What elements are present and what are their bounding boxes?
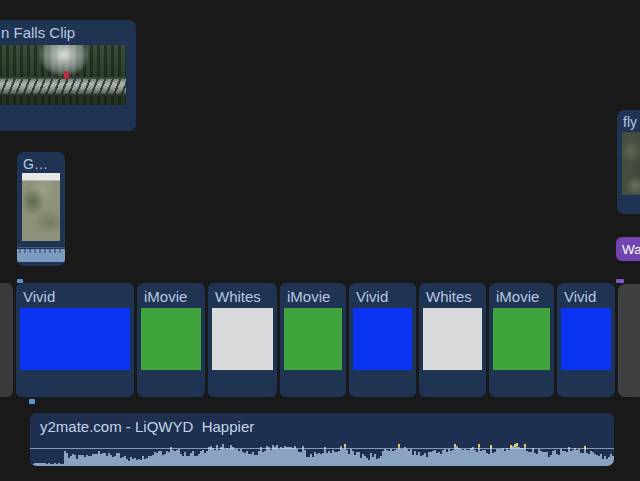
clip-audio-divider xyxy=(17,247,65,248)
g-audio-waveform xyxy=(17,249,65,262)
blue-marker-icon[interactable] xyxy=(17,279,23,283)
blue-marker-icon[interactable] xyxy=(29,399,35,404)
color-swatch xyxy=(20,308,130,370)
audio-waveform xyxy=(30,442,614,466)
timeline-clip-offscreen-right[interactable] xyxy=(618,284,640,397)
color-swatch xyxy=(423,308,482,370)
person-in-red-graphic xyxy=(64,71,69,79)
media-clip-falls-title: n Falls Clip xyxy=(0,20,136,43)
media-clip-g[interactable]: G… xyxy=(17,152,65,266)
timeline-clip-title: Vivid xyxy=(557,283,615,307)
color-swatch xyxy=(353,308,412,370)
media-clip-falls[interactable]: n Falls Clip xyxy=(0,20,136,131)
timeline-clip-vivid-7[interactable]: Vivid xyxy=(557,283,615,397)
map-toolbar-graphic xyxy=(22,173,60,181)
color-swatch xyxy=(284,308,342,370)
color-swatch xyxy=(493,308,550,370)
media-clip-wa-title: Wa xyxy=(616,237,640,260)
falls-video-thumbnail xyxy=(0,45,126,105)
timeline-clip-whites-2[interactable]: Whites xyxy=(208,283,277,397)
timeline-clip-title: iMovie xyxy=(489,283,554,307)
timeline-clip-imovie-1[interactable]: iMovie xyxy=(137,283,205,397)
waveform-bar xyxy=(612,456,614,466)
timeline-clip-title: Vivid xyxy=(349,283,416,307)
color-swatch xyxy=(561,308,611,370)
timeline-clip-imovie-6[interactable]: iMovie xyxy=(489,283,554,397)
audio-clip-y2mate[interactable]: y2mate.com - LiQWYD Happier xyxy=(30,413,614,466)
timeline-clip-title: Whites xyxy=(208,283,277,307)
timeline-clip-vivid-0[interactable]: Vivid xyxy=(16,283,134,397)
timeline-clip-title: Whites xyxy=(419,283,486,307)
color-swatch xyxy=(141,308,201,370)
media-clip-g-title: G… xyxy=(17,152,65,174)
timeline-clip-imovie-3[interactable]: iMovie xyxy=(280,283,346,397)
imovie-timeline-pane: n Falls Clip G… fly Wa VividiMovieWhites… xyxy=(0,0,640,481)
timeline-clip-title: iMovie xyxy=(280,283,346,307)
timeline-clip-whites-5[interactable]: Whites xyxy=(419,283,486,397)
color-swatch xyxy=(212,308,273,370)
timeline-clip-offscreen-left[interactable] xyxy=(0,283,13,397)
timeline-clip-vivid-4[interactable]: Vivid xyxy=(349,283,416,397)
audio-clip-title: y2mate.com - LiQWYD Happier xyxy=(30,413,614,437)
fly-video-thumbnail xyxy=(622,132,640,195)
timeline-clip-title: iMovie xyxy=(137,283,205,307)
purple-marker-icon[interactable] xyxy=(616,279,624,283)
g-map-thumbnail xyxy=(22,173,60,241)
media-clip-fly[interactable]: fly xyxy=(617,110,640,214)
bridge-graphic xyxy=(0,77,126,96)
media-clip-fly-title: fly xyxy=(617,110,640,132)
volume-control-line[interactable] xyxy=(30,448,614,449)
media-clip-wa[interactable]: Wa xyxy=(616,237,640,261)
timeline-clip-title: Vivid xyxy=(16,283,134,307)
g-audio-notches xyxy=(19,249,63,253)
